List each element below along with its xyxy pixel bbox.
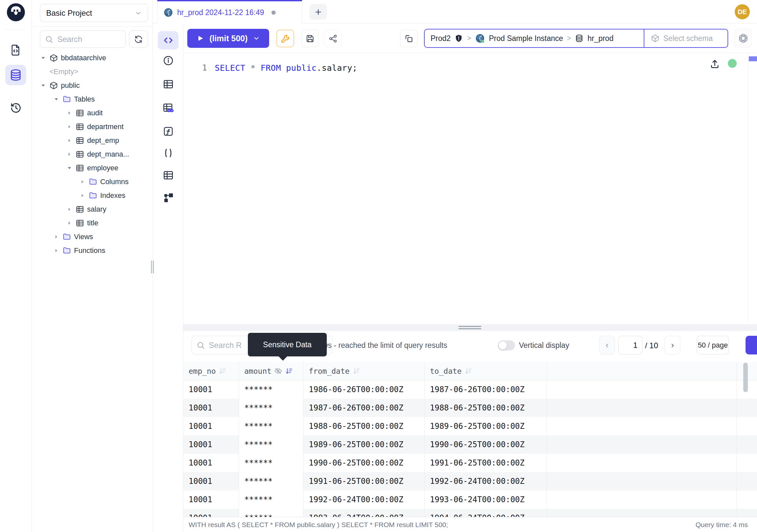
tree-item-dept-emp[interactable]: dept_emp (32, 134, 153, 147)
caret-right-icon[interactable] (66, 123, 73, 130)
table-row[interactable]: 10001******1991-06-25T00:00:00Z1992-06-2… (183, 472, 757, 490)
cell-empty[interactable] (547, 435, 737, 454)
cell-to_date[interactable]: 1990-06-25T00:00:00Z (425, 435, 547, 454)
sort-icon[interactable] (285, 367, 293, 375)
cell-empty[interactable] (547, 399, 737, 417)
code-panel-button[interactable] (158, 31, 178, 49)
cell-to_date[interactable]: 1988-06-25T00:00:00Z (425, 399, 547, 417)
caret-right-icon[interactable] (53, 234, 60, 240)
tree-item-functions[interactable]: Functions (32, 244, 153, 258)
sort-icon[interactable] (464, 367, 473, 375)
tree-item-public[interactable]: public (32, 78, 153, 92)
history-nav-button[interactable] (5, 98, 26, 118)
tree-item-dept-mana[interactable]: dept_mana... (32, 147, 153, 161)
cell-empty[interactable] (547, 490, 737, 509)
column-header-from_date[interactable]: from_date (304, 362, 425, 380)
results-side-panel-button[interactable] (745, 336, 757, 355)
tree-item-tables[interactable]: Tables (32, 92, 153, 106)
cell-emp_no[interactable]: 10001 (183, 454, 239, 472)
column-header-to_date[interactable]: to_date (425, 362, 547, 380)
schema-diagram-icon[interactable] (153, 192, 183, 203)
eye-off-icon[interactable] (274, 367, 282, 375)
tree-item-indexes[interactable]: Indexes (32, 189, 153, 203)
cell-empty[interactable] (547, 454, 737, 472)
caret-right-icon[interactable] (79, 192, 86, 199)
cell-empty[interactable] (547, 472, 737, 490)
cell-empty[interactable] (547, 380, 737, 399)
caret-down-icon[interactable] (66, 165, 73, 171)
add-tab-button[interactable]: + (309, 4, 327, 20)
cell-to_date[interactable]: 1991-06-25T00:00:00Z (425, 454, 547, 472)
function-icon[interactable] (153, 126, 183, 137)
vertical-display-toggle[interactable] (498, 340, 515, 351)
cell-to_date[interactable]: 1992-06-24T00:00:00Z (425, 472, 547, 490)
cell-amount[interactable]: ****** (239, 472, 304, 490)
table-row[interactable]: 10001******1989-06-25T00:00:00Z1990-06-2… (183, 435, 757, 454)
column-header-amount[interactable]: amount (239, 362, 304, 380)
tree-item-salary[interactable]: salary (32, 203, 153, 216)
cell-amount[interactable]: ****** (239, 435, 304, 454)
table-panel-icon[interactable] (153, 78, 183, 90)
cell-amount[interactable]: ****** (239, 380, 304, 399)
info-icon[interactable] (153, 55, 183, 66)
cell-from_date[interactable]: 1992-06-24T00:00:00Z (304, 490, 425, 509)
caret-right-icon[interactable] (66, 151, 73, 158)
caret-right-icon[interactable] (66, 110, 73, 116)
cell-emp_no[interactable]: 10001 (183, 472, 239, 490)
project-selector[interactable]: Basic Project (40, 4, 148, 22)
cell-amount[interactable]: ****** (239, 454, 304, 472)
cell-from_date[interactable]: 1989-06-25T00:00:00Z (304, 435, 425, 454)
procedure-parens-icon[interactable] (153, 147, 183, 159)
caret-right-icon[interactable] (66, 137, 73, 144)
table-row[interactable]: 10001******1988-06-25T00:00:00Z1989-06-2… (183, 417, 757, 435)
cell-empty[interactable] (547, 417, 737, 435)
cell-to_date[interactable]: 1987-06-26T00:00:00Z (425, 380, 547, 399)
page-size-select[interactable]: 50 / page (697, 336, 729, 355)
caret-down-icon[interactable] (53, 96, 60, 103)
format-sql-button[interactable] (277, 30, 294, 47)
cell-amount[interactable]: ****** (239, 399, 304, 417)
cell-emp_no[interactable]: 10001 (183, 509, 239, 517)
table-row[interactable]: 10001******1990-06-25T00:00:00Z1991-06-2… (183, 454, 757, 472)
cell-from_date[interactable]: 1986-06-26T00:00:00Z (304, 380, 425, 399)
tree-item-title[interactable]: title (32, 216, 153, 230)
tree-item-employee[interactable]: employee (32, 161, 153, 175)
sort-icon[interactable] (218, 367, 227, 375)
cell-from_date[interactable]: 1988-06-25T00:00:00Z (304, 417, 425, 435)
upload-sql-icon[interactable] (709, 58, 720, 70)
prev-page-button[interactable]: ‹ (599, 336, 615, 355)
cell-emp_no[interactable]: 10001 (183, 490, 239, 509)
tree-item-bbdataarchive[interactable]: bbdataarchive (32, 51, 153, 65)
connection-path[interactable]: Prod2 > Prod Sample Instance > (425, 29, 644, 47)
refresh-schema-button[interactable] (129, 30, 148, 48)
select-schema-button[interactable]: Select schema (644, 29, 728, 47)
save-sheet-button[interactable] (301, 30, 318, 47)
ai-assistant-button[interactable] (734, 29, 752, 47)
cell-amount[interactable]: ****** (239, 490, 304, 509)
tree-item-empty[interactable]: <Empty> (32, 65, 153, 78)
worksheet-nav-button[interactable] (5, 40, 26, 60)
table-row[interactable]: 10001******1993-06-24T00:00:00Z1994-06-2… (183, 509, 757, 517)
batch-query-button[interactable] (400, 30, 417, 47)
cell-to_date[interactable]: 1989-06-25T00:00:00Z (425, 417, 547, 435)
table-row[interactable]: 10001******1992-06-24T00:00:00Z1993-06-2… (183, 490, 757, 509)
tree-item-department[interactable]: department (32, 120, 153, 134)
tree-item-views[interactable]: Views (32, 230, 153, 244)
results-resize-divider[interactable] (183, 324, 757, 331)
column-header-empty[interactable] (547, 362, 737, 380)
cell-from_date[interactable]: 1990-06-25T00:00:00Z (304, 454, 425, 472)
column-header-emp_no[interactable]: emp_no (183, 362, 239, 380)
results-scrollbar-thumb[interactable] (743, 363, 748, 392)
table-row[interactable]: 10001******1986-06-26T00:00:00Z1987-06-2… (183, 380, 757, 399)
run-options-chevron-icon[interactable] (253, 35, 260, 42)
cell-amount[interactable]: ****** (239, 417, 304, 435)
tree-search-input[interactable]: Search (40, 30, 126, 48)
sql-editor[interactable]: 1 SELECT * FROM public.salary; (183, 53, 757, 324)
cell-from_date[interactable]: 1993-06-24T00:00:00Z (304, 509, 425, 517)
tree-item-columns[interactable]: Columns (32, 175, 153, 189)
run-query-button[interactable]: (limit 500) (187, 29, 269, 48)
database-nav-button[interactable] (5, 65, 26, 85)
cell-to_date[interactable]: 1994-06-24T00:00:00Z (425, 509, 547, 517)
caret-right-icon[interactable] (66, 206, 73, 213)
caret-right-icon[interactable] (66, 220, 73, 226)
